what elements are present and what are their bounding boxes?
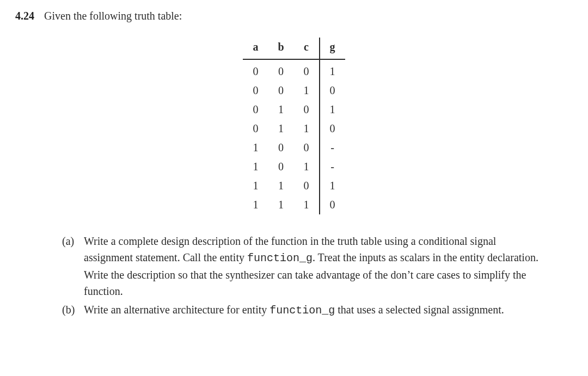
cell: 1 xyxy=(268,100,293,119)
part-a: (a) Write a complete design description … xyxy=(62,233,547,299)
cell: 0 xyxy=(294,138,320,157)
cell: 1 xyxy=(243,157,268,176)
cell: 0 xyxy=(294,176,320,195)
col-header-b: b xyxy=(268,38,293,59)
cell: 0 xyxy=(320,119,345,138)
problem-header: 4.24 Given the following truth table: xyxy=(15,10,573,22)
cell: 1 xyxy=(294,157,320,176)
cell: 0 xyxy=(243,59,268,81)
problem-intro: Given the following truth table: xyxy=(44,10,182,22)
table-row: 0 0 1 0 xyxy=(243,81,345,100)
cell: 0 xyxy=(320,195,345,214)
cell: - xyxy=(320,157,345,176)
table-row: 0 0 0 1 xyxy=(243,59,345,81)
problem-number: 4.24 xyxy=(15,10,34,22)
truth-table: a b c g 0 0 0 1 0 0 1 0 0 1 0 xyxy=(243,38,345,214)
table-row: 0 1 0 1 xyxy=(243,100,345,119)
part-b-label: (b) xyxy=(62,301,77,318)
part-a-text: Write a complete design description of t… xyxy=(84,233,547,299)
cell: 1 xyxy=(320,100,345,119)
part-b-seg-0: Write an alternative architecture for en… xyxy=(84,304,270,316)
cell: 1 xyxy=(320,59,345,81)
col-header-c: c xyxy=(294,38,320,59)
cell: 0 xyxy=(268,138,293,157)
truth-table-header-row: a b c g xyxy=(243,38,345,59)
cell: 0 xyxy=(294,100,320,119)
cell: 1 xyxy=(320,176,345,195)
truth-table-wrapper: a b c g 0 0 0 1 0 0 1 0 0 1 0 xyxy=(15,38,573,214)
col-header-g: g xyxy=(320,38,345,59)
cell: 1 xyxy=(294,195,320,214)
cell: - xyxy=(320,138,345,157)
part-a-label: (a) xyxy=(62,233,77,249)
col-header-a: a xyxy=(243,38,268,59)
table-row: 1 0 1 - xyxy=(243,157,345,176)
cell: 0 xyxy=(243,100,268,119)
cell: 0 xyxy=(268,59,293,81)
cell: 1 xyxy=(243,195,268,214)
part-b: (b) Write an alternative architecture fo… xyxy=(62,301,547,319)
cell: 0 xyxy=(243,81,268,100)
cell: 0 xyxy=(243,119,268,138)
code-function-g: function_g xyxy=(270,304,335,317)
cell: 1 xyxy=(243,138,268,157)
cell: 1 xyxy=(268,195,293,214)
table-row: 0 1 1 0 xyxy=(243,119,345,138)
cell: 0 xyxy=(268,157,293,176)
cell: 0 xyxy=(294,59,320,81)
cell: 1 xyxy=(294,81,320,100)
cell: 1 xyxy=(268,176,293,195)
cell: 0 xyxy=(268,81,293,100)
part-b-seg-2: that uses a selected signal assignment. xyxy=(335,304,504,316)
cell: 0 xyxy=(320,81,345,100)
table-row: 1 0 0 - xyxy=(243,138,345,157)
cell: 1 xyxy=(294,119,320,138)
cell: 1 xyxy=(243,176,268,195)
code-function-g: function_g xyxy=(247,252,313,264)
table-row: 1 1 1 0 xyxy=(243,195,345,214)
question-parts: (a) Write a complete design description … xyxy=(15,233,573,319)
cell: 1 xyxy=(268,119,293,138)
table-row: 1 1 0 1 xyxy=(243,176,345,195)
part-b-text: Write an alternative architecture for en… xyxy=(84,301,547,319)
